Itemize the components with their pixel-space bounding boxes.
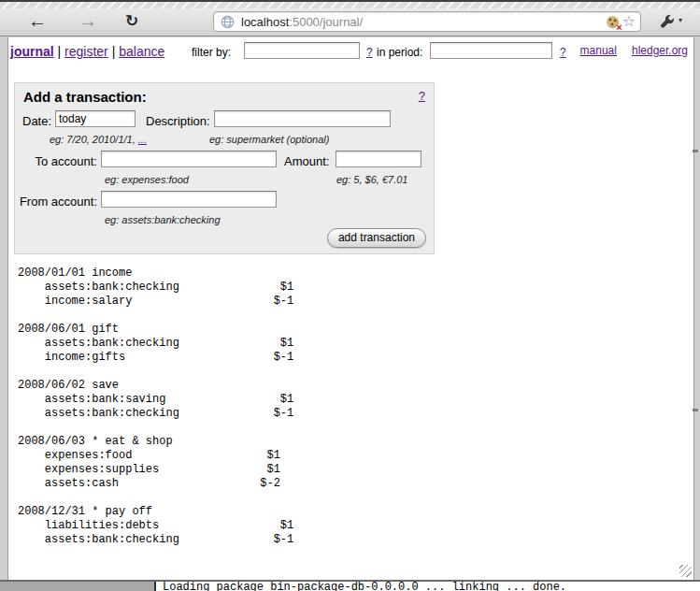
url-text: localhost:5000/journal/ [241, 15, 363, 29]
menu-dropdown-arrow-icon: ▾ [679, 16, 682, 24]
journal-transaction: 2008/06/01 gift assets:bank:checking $1 … [18, 323, 293, 365]
journal-listing: 2008/01/01 income assets:bank:checking $… [18, 267, 293, 561]
description-input[interactable] [214, 110, 391, 127]
journal-transaction: 2008/06/03 * eat & shop expenses:food $1… [18, 435, 293, 491]
from-account-label: From account: [15, 195, 97, 209]
scrollbar-mark[interactable] [693, 150, 698, 152]
description-hint: eg: supermarket (optional) [209, 134, 329, 145]
date-label: Date: [22, 114, 51, 128]
journal-transaction: 2008/01/01 income assets:bank:checking $… [18, 267, 293, 309]
globe-icon [221, 15, 235, 29]
from-account-hint: eg: assets:bank:checking [105, 214, 221, 225]
date-hint-text: eg: 7/20, 2010/1/1, [50, 134, 138, 145]
url-host: localhost [241, 15, 289, 29]
external-links: manual hledger.org [580, 44, 688, 57]
nav-register-link[interactable]: register [64, 44, 108, 59]
date-hint-more-link[interactable]: ... [138, 134, 147, 145]
to-account-input[interactable] [101, 151, 277, 167]
url-path: :5000/journal/ [289, 15, 363, 29]
form-title: Add a transaction: [23, 89, 147, 105]
forward-icon: → [79, 10, 97, 31]
period-input[interactable] [430, 42, 552, 59]
hledger-nav: journal | register | balance filter by: … [8, 37, 693, 67]
journal-transaction: 2008/06/02 save assets:bank:saving $1 as… [18, 379, 293, 421]
period-help-link[interactable]: ? [560, 46, 566, 59]
scrollbar-mark[interactable] [693, 409, 698, 411]
bookmark-star-icon[interactable]: ☆ [622, 14, 636, 29]
desktop-background-strip: Loading package bin-package-db-0.0.0.0 .… [0, 582, 700, 591]
from-account-input[interactable] [101, 191, 277, 208]
reload-icon: ↻ [125, 12, 138, 30]
manual-link[interactable]: manual [580, 44, 617, 57]
reload-button[interactable]: ↻ [125, 8, 138, 36]
forward-button[interactable]: → [79, 8, 97, 36]
amount-hint: eg: 5, $6, €7.01 [336, 174, 407, 185]
to-account-hint: eg: expenses:food [105, 174, 189, 185]
cookie-blocked-icon[interactable]: × [607, 16, 619, 28]
wrench-menu-button[interactable] [660, 14, 676, 34]
add-transaction-button[interactable]: add transaction [327, 228, 426, 248]
date-input[interactable] [55, 110, 136, 127]
date-hint: eg: 7/20, 2010/1/1, ... [50, 134, 147, 145]
view-links: journal | register | balance [10, 44, 164, 59]
filter-input[interactable] [244, 42, 360, 59]
amount-label: Amount: [284, 154, 329, 168]
nav-separator: | [108, 44, 119, 59]
window-titlebar [0, 0, 700, 8]
hledger-org-link[interactable]: hledger.org [632, 44, 688, 57]
filter-by-label: filter by: [192, 46, 231, 59]
filter-help-link[interactable]: ? [366, 46, 373, 59]
window-resize-handle[interactable] [679, 565, 692, 577]
back-icon: ← [28, 10, 47, 31]
description-label: Description: [146, 114, 210, 128]
nav-balance-link[interactable]: balance [119, 44, 164, 59]
in-period-label: in period: [377, 46, 422, 59]
journal-transaction: 2008/12/31 * pay off liabilities:debts $… [18, 505, 293, 547]
background-terminal-window: Loading package bin-package-db-0.0.0.0 .… [154, 582, 700, 591]
amount-input[interactable] [336, 151, 421, 167]
form-help-link[interactable]: ? [419, 89, 425, 103]
address-bar[interactable]: localhost:5000/journal/ × ☆ [213, 11, 641, 32]
nav-journal-link[interactable]: journal [10, 44, 54, 59]
add-transaction-form: Add a transaction: ? Date: Description: … [14, 82, 435, 254]
browser-toolbar: ← → ↻ localhost:5000/journal/ × ☆ ▾ [0, 8, 700, 36]
blocked-x-icon: × [616, 22, 621, 33]
nav-separator: | [54, 44, 64, 59]
to-account-label: To account: [15, 154, 97, 168]
screenshot-root: { "colors": { "link_purple": "#551a8b", … [0, 0, 700, 591]
page-content: journal | register | balance filter by: … [7, 37, 694, 580]
back-button[interactable]: ← [28, 8, 47, 36]
address-bar-icons: × ☆ [607, 14, 636, 29]
